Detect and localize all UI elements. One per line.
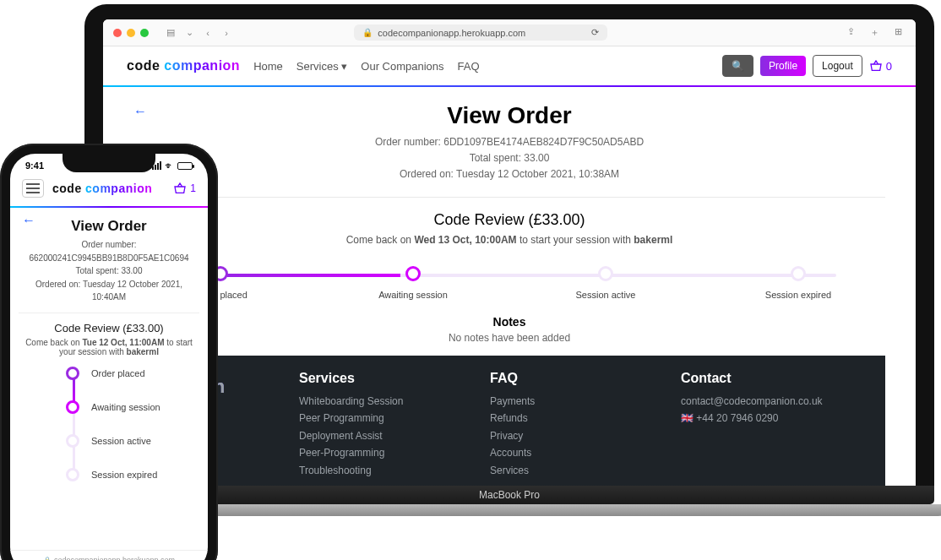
page-title: View Order <box>22 218 196 235</box>
order-stepper: Order placed Awaiting session Session ac… <box>66 367 196 481</box>
nav-services[interactable]: Services ▾ <box>296 60 347 73</box>
step-dot-icon <box>598 266 613 281</box>
step-session-expired: Session expired <box>752 266 845 300</box>
tabs-overview-icon[interactable]: ⊞ <box>892 26 906 39</box>
back-icon[interactable]: ‹ <box>201 28 215 38</box>
step-dot-icon <box>791 266 806 281</box>
profile-button[interactable]: Profile <box>760 56 806 76</box>
order-stepper: Order placed Awaiting session Session ac… <box>174 266 845 300</box>
step-dot-icon <box>66 468 79 481</box>
laptop-screen: ▤ ⌄ ‹ › 🔒 codecompanionapp.herokuapp.com… <box>103 19 916 486</box>
status-time: 9:41 <box>25 160 44 171</box>
service-heading: Code Review (£33.00) <box>133 211 885 229</box>
step-awaiting-session: Awaiting session <box>367 266 460 300</box>
footer-contact-phone: 🇬🇧 +44 20 7946 0290 <box>681 410 855 427</box>
basket[interactable]: 1 <box>173 182 196 194</box>
footer-link[interactable]: Payments <box>490 393 664 410</box>
menu-icon[interactable] <box>22 179 44 198</box>
basket-icon <box>173 182 187 194</box>
footer-link[interactable]: Refunds <box>490 410 664 427</box>
footer-contact-email[interactable]: contact@codecompanion.co.uk <box>681 393 855 410</box>
basket-count: 1 <box>190 182 196 194</box>
footer-link[interactable]: Services <box>490 462 664 479</box>
battery-icon <box>177 162 193 170</box>
nav-home[interactable]: Home <box>253 60 283 73</box>
url-text: codecompanionapp.herokuapp.com <box>378 28 525 38</box>
back-arrow[interactable]: ← <box>22 213 35 228</box>
step-awaiting-session: Awaiting session <box>66 400 196 414</box>
step-dot-icon <box>66 367 79 380</box>
service-heading: Code Review (£33.00) <box>22 322 196 334</box>
divider <box>19 313 199 313</box>
page-content: ← View Order Order number: 6DD1097BE4174… <box>103 87 916 486</box>
footer-link[interactable]: Privacy <box>490 427 664 444</box>
phone-screen: 9:41 ᯤ code companion 1 ← View Order <box>10 154 208 560</box>
page-title: View Order <box>133 102 885 129</box>
browser-toolbar: ▤ ⌄ ‹ › 🔒 codecompanionapp.herokuapp.com… <box>103 19 916 46</box>
back-arrow[interactable]: ← <box>133 104 147 119</box>
footer-link[interactable]: Accounts <box>490 444 664 461</box>
order-meta: Order number: 662000241C9945BB91B8D0F5AE… <box>22 238 196 304</box>
step-session-active: Session active <box>66 434 196 448</box>
basket[interactable]: 0 <box>869 60 892 73</box>
app-navbar: code companion Home Services ▾ Our Compa… <box>103 46 916 85</box>
phone-address-bar[interactable]: 🔒codecompanionapp.herokuapp.com <box>10 550 208 560</box>
basket-icon <box>869 60 883 72</box>
brand-logo[interactable]: code companion <box>127 58 240 73</box>
new-tab-icon[interactable]: ＋ <box>868 26 882 39</box>
notes-text: No notes have been added <box>133 332 885 344</box>
step-session-expired: Session expired <box>66 468 196 481</box>
footer-link[interactable]: Peer Programming <box>299 410 473 427</box>
nav-faq[interactable]: FAQ <box>458 60 480 73</box>
footer-faq-heading: FAQ <box>490 371 664 386</box>
logout-button[interactable]: Logout <box>813 55 862 77</box>
phone-page: ← View Order Order number: 662000241C994… <box>10 208 208 490</box>
step-dot-icon <box>405 266 421 281</box>
refresh-icon[interactable]: ⟳ <box>591 27 599 38</box>
window-minimize-icon[interactable] <box>127 29 135 37</box>
phone-navbar: code companion 1 <box>10 171 208 208</box>
footer-link[interactable]: Whiteboarding Session <box>299 393 473 410</box>
divider <box>133 197 885 198</box>
site-footer: panion Services Whiteboarding Session Pe… <box>133 356 885 486</box>
chevron-down-icon[interactable]: ⌄ <box>182 27 196 38</box>
share-icon[interactable]: ⇪ <box>845 26 858 39</box>
laptop-label: MacBook Pro <box>479 489 540 501</box>
notes-heading: Notes <box>133 315 885 329</box>
brand-logo[interactable]: code companion <box>52 182 152 195</box>
lock-icon: 🔒 <box>362 28 373 37</box>
chevron-down-icon: ▾ <box>341 60 347 73</box>
window-zoom-icon[interactable] <box>140 29 149 37</box>
service-sub: Come back on Tue 12 Oct, 11:00AM to star… <box>22 338 196 356</box>
phone-mockup: 9:41 ᯤ code companion 1 ← View Order <box>0 144 218 560</box>
order-meta: Order number: 6DD1097BE4174AEB824D7F9C50… <box>133 134 885 183</box>
step-order-placed: Order placed <box>66 367 196 380</box>
basket-count: 0 <box>886 60 892 73</box>
footer-link[interactable]: Peer-Programming <box>299 444 473 461</box>
wifi-icon: ᯤ <box>165 160 174 171</box>
footer-contact-heading: Contact <box>681 371 855 386</box>
phone-notch <box>63 154 155 172</box>
step-session-active: Session active <box>559 266 652 300</box>
address-bar[interactable]: 🔒 codecompanionapp.herokuapp.com ⟳ <box>354 24 607 41</box>
search-button[interactable]: 🔍 <box>722 55 753 77</box>
footer-link[interactable]: Deployment Assist <box>299 427 473 444</box>
lock-icon: 🔒 <box>43 557 52 560</box>
step-dot-icon <box>66 434 79 448</box>
sidebar-icon[interactable]: ▤ <box>164 27 177 38</box>
forward-icon[interactable]: › <box>220 28 233 38</box>
footer-services-heading: Services <box>299 371 473 386</box>
step-dot-icon <box>66 400 79 414</box>
window-close-icon[interactable] <box>113 29 122 37</box>
search-icon: 🔍 <box>732 60 744 72</box>
service-sub: Come back on Wed 13 Oct, 10:00AM to star… <box>133 234 885 246</box>
nav-our-companions[interactable]: Our Companions <box>361 60 443 73</box>
footer-link[interactable]: Troubleshooting <box>299 462 473 479</box>
